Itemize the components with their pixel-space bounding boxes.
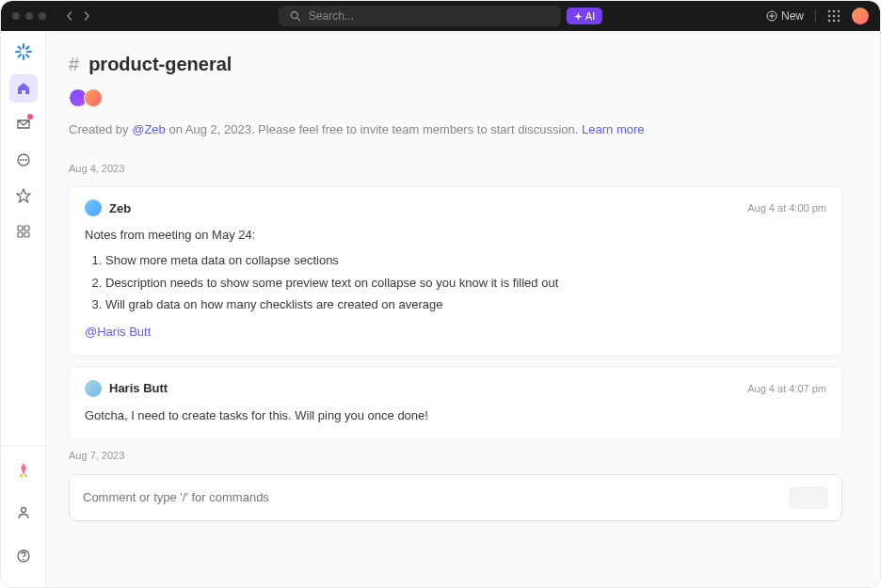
svg-rect-24: [18, 226, 23, 230]
svg-point-11: [838, 20, 841, 23]
star-icon: [16, 188, 31, 203]
chat-icon: [16, 152, 31, 167]
sparkle-icon: [574, 12, 583, 21]
nav-arrows: [65, 11, 91, 21]
person-icon: [16, 505, 31, 520]
composer: [69, 474, 842, 521]
list-item: Will grab data on how many checklists ar…: [105, 295, 826, 315]
maximize-window-icon[interactable]: [39, 12, 46, 20]
svg-line-17: [26, 55, 29, 57]
svg-point-5: [838, 10, 841, 13]
app-logo[interactable]: [14, 42, 33, 61]
sidebar-help[interactable]: [9, 542, 38, 570]
svg-point-8: [838, 15, 841, 18]
plus-circle-icon: [766, 10, 777, 22]
sidebar: [1, 31, 46, 588]
message-avatar[interactable]: [85, 380, 102, 397]
search-placeholder: Search...: [309, 9, 354, 23]
rocket-icon: [16, 462, 31, 477]
help-icon: [16, 548, 31, 564]
svg-point-0: [291, 12, 297, 19]
message-body: Notes from meeting on May 24: Show more …: [85, 226, 826, 342]
message: Zeb Aug 4 at 4:00 pm Notes from meeting …: [69, 185, 842, 357]
list-item: Show more meta data on collapse sections: [105, 251, 826, 271]
send-button[interactable]: [789, 486, 828, 509]
svg-rect-26: [18, 232, 23, 237]
grid-icon: [16, 224, 31, 239]
message-text: Notes from meeting on May 24:: [85, 226, 826, 246]
svg-point-7: [833, 15, 836, 18]
sidebar-profile[interactable]: [9, 499, 38, 527]
list-item: Description needs to show some preview t…: [105, 274, 826, 294]
svg-point-9: [828, 20, 831, 23]
meta-text: on Aug 2, 2023. Please feel free to invi…: [166, 122, 582, 136]
svg-line-16: [18, 47, 21, 50]
close-window-icon[interactable]: [12, 12, 20, 20]
svg-point-21: [20, 159, 22, 161]
channel-header: # product-general: [69, 54, 842, 75]
message-time: Aug 4 at 4:00 pm: [747, 202, 826, 214]
message-time: Aug 4 at 4:07 pm: [747, 383, 826, 394]
svg-point-4: [833, 10, 836, 13]
sidebar-chat[interactable]: [9, 146, 38, 174]
member-avatars[interactable]: [69, 88, 842, 107]
learn-more-link[interactable]: Learn more: [582, 122, 644, 136]
svg-point-22: [23, 159, 24, 161]
svg-point-3: [828, 10, 831, 13]
new-button[interactable]: New: [766, 9, 804, 23]
nav-forward-button[interactable]: [82, 11, 91, 21]
message-avatar[interactable]: [85, 199, 102, 216]
sidebar-upgrade[interactable]: [9, 455, 38, 484]
ai-label: AI: [585, 10, 595, 22]
minimize-window-icon[interactable]: [25, 12, 33, 20]
creator-link[interactable]: @Zeb: [132, 122, 166, 136]
ai-button[interactable]: AI: [567, 8, 602, 24]
message: Haris Butt Aug 4 at 4:07 pm Gotcha, I ne…: [69, 366, 842, 440]
topbar: Search... AI New: [1, 1, 880, 31]
nav-back-button[interactable]: [65, 11, 74, 21]
svg-point-28: [21, 508, 25, 513]
svg-line-19: [18, 55, 21, 57]
message-author[interactable]: Haris Butt: [109, 381, 168, 395]
svg-point-30: [23, 559, 24, 561]
new-label: New: [781, 9, 804, 23]
message-author[interactable]: Zeb: [109, 201, 131, 215]
notification-badge: [27, 114, 33, 119]
sidebar-dashboard[interactable]: [9, 217, 38, 246]
svg-line-18: [26, 47, 29, 50]
window-controls: [12, 12, 46, 20]
hash-icon: #: [69, 54, 79, 75]
sidebar-home[interactable]: [9, 74, 38, 103]
sidebar-inbox[interactable]: [9, 110, 38, 138]
date-separator: Aug 4, 2023: [69, 163, 842, 174]
svg-point-23: [25, 159, 27, 161]
svg-point-10: [833, 20, 836, 23]
home-icon: [16, 81, 31, 96]
search-input[interactable]: Search...: [279, 6, 561, 26]
message-list: Show more meta data on collapse sections…: [85, 251, 826, 315]
message-body: Gotcha, I need to create tasks for this.…: [85, 406, 826, 426]
composer-input[interactable]: [83, 490, 789, 504]
sidebar-favorites[interactable]: [9, 182, 38, 210]
svg-point-6: [828, 15, 831, 18]
svg-rect-27: [24, 232, 29, 237]
meta-text: Created by: [69, 122, 132, 136]
avatar: [84, 88, 103, 107]
date-separator: Aug 7, 2023: [69, 450, 842, 461]
svg-line-1: [297, 18, 300, 21]
divider: [815, 9, 816, 23]
main-content: # product-general Created by @Zeb on Aug…: [46, 31, 880, 588]
svg-rect-25: [24, 226, 29, 230]
channel-meta: Created by @Zeb on Aug 2, 2023. Please f…: [69, 122, 842, 136]
search-icon: [290, 10, 301, 22]
apps-button[interactable]: [827, 9, 841, 23]
user-mention[interactable]: @Haris Butt: [85, 325, 151, 339]
channel-name: product-general: [88, 54, 232, 75]
user-avatar[interactable]: [852, 8, 869, 24]
